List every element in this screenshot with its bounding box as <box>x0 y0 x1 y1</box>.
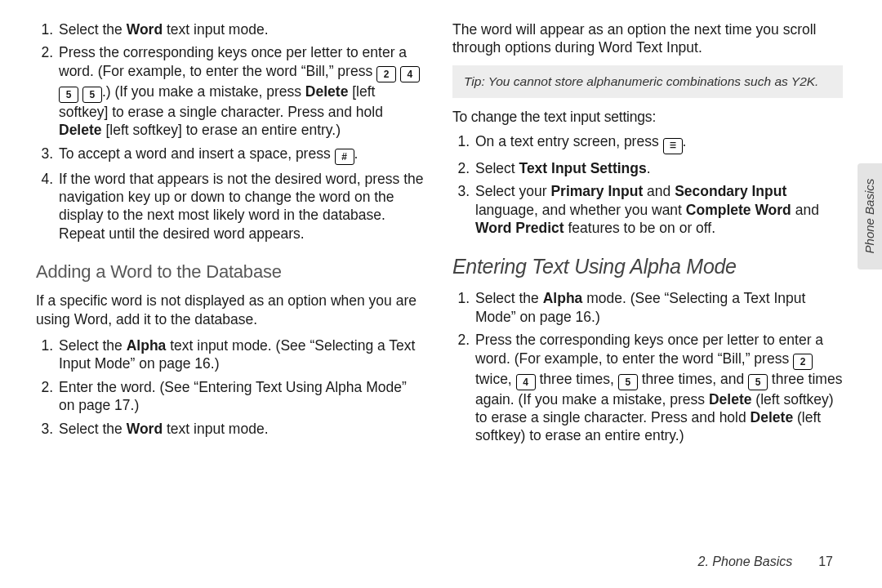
key-5-icon: 5 <box>748 374 768 390</box>
bold-delete: Delete <box>751 409 794 425</box>
step-2: Enter the word. (See “Entering Text Usin… <box>57 378 426 415</box>
text: three times, <box>536 371 618 387</box>
side-tab-label: Phone Basics <box>862 179 877 254</box>
text: Select your <box>475 183 550 199</box>
bold-secondary-input: Secondary Input <box>675 183 786 199</box>
text: three times, and <box>638 371 748 387</box>
text: Select the <box>475 290 543 306</box>
manual-page: Select the Word text input mode. Press t… <box>0 0 882 588</box>
heading-alpha-mode: Entering Text Using Alpha Mode <box>452 253 843 279</box>
text: If the word that appears is not the desi… <box>59 171 424 242</box>
text: Select the <box>59 21 127 38</box>
key-5-icon: 5 <box>618 374 638 390</box>
text: To accept a word and insert a space, pre… <box>59 145 335 162</box>
step-2: Press the corresponding keys once per le… <box>57 43 426 139</box>
add-word-steps: Select the Alpha text input mode. (See “… <box>36 336 426 438</box>
bold-word-predict: Word Predict <box>475 220 564 236</box>
two-column-layout: Select the Word text input mode. Press t… <box>0 0 882 457</box>
heading-adding-word: Adding a Word to the Database <box>36 261 426 283</box>
step-3: To accept a word and insert a space, pre… <box>57 145 426 165</box>
bold-primary-input: Primary Input <box>550 183 643 199</box>
text: . <box>354 145 359 162</box>
bold-complete-word: Complete Word <box>686 202 791 218</box>
bold-delete: Delete <box>709 391 752 408</box>
text: .) (If you make a mistake, press <box>102 83 305 100</box>
text: . <box>647 160 651 176</box>
key-5-icon: 5 <box>59 87 78 103</box>
bold-word: Word <box>127 421 163 437</box>
page-footer: 2. Phone Basics 17 <box>698 554 833 570</box>
text: Select the <box>59 421 127 437</box>
change-settings-steps: On a text entry screen, press ☰. Select … <box>452 132 843 237</box>
right-column: The word will appear as an option the ne… <box>452 20 843 457</box>
bold-delete: Delete <box>305 83 349 100</box>
step-1: Select the Alpha mode. (See “Selecting a… <box>474 289 843 326</box>
key-2-icon: 2 <box>376 66 396 82</box>
bold-text-input-settings: Text Input Settings <box>519 160 647 176</box>
step-4: If the word that appears is not the desi… <box>57 170 426 243</box>
text: Select <box>475 160 519 176</box>
tip-label: Tip: <box>464 74 485 88</box>
tip-body: You cannot store alphanumeric combinatio… <box>485 74 819 88</box>
bold-delete: Delete <box>59 122 102 138</box>
step-1: Select the Word text input mode. <box>57 20 426 38</box>
key-4-icon: 4 <box>516 374 536 390</box>
text: features to be on or off. <box>564 220 716 236</box>
bold-alpha: Alpha <box>543 290 583 306</box>
text: and <box>643 183 675 199</box>
text: Select the <box>59 337 127 354</box>
bold-word: Word <box>127 21 163 38</box>
text: text input mode. <box>163 21 268 38</box>
bold-alpha: Alpha <box>127 337 167 354</box>
step-1: Select the Alpha text input mode. (See “… <box>57 336 426 373</box>
add-word-intro: If a specific word is not displayed as a… <box>36 292 426 328</box>
right-intro: The word will appear as an option the ne… <box>452 20 843 57</box>
step-3: Select the Word text input mode. <box>57 420 426 438</box>
text: Press the corresponding keys once per le… <box>475 332 823 366</box>
change-settings-lead: To change the text input settings: <box>452 108 843 126</box>
page-number: 17 <box>818 554 833 570</box>
step-2: Select Text Input Settings. <box>474 159 843 177</box>
text: and <box>791 202 819 218</box>
key-hash-icon: # <box>335 149 354 165</box>
left-column: Select the Word text input mode. Press t… <box>36 20 426 457</box>
alpha-mode-steps: Select the Alpha mode. (See “Selecting a… <box>452 289 843 444</box>
step-1: On a text entry screen, press ☰. <box>474 132 843 154</box>
step-3: Select your Primary Input and Secondary … <box>474 182 843 237</box>
text: On a text entry screen, press <box>475 133 663 149</box>
menu-key-icon: ☰ <box>663 138 683 154</box>
text: Press the corresponding keys once per le… <box>59 44 407 78</box>
text: language, and whether you want <box>475 202 686 218</box>
text: [left softkey] to erase an entire entry.… <box>102 122 341 138</box>
tip-box: Tip: You cannot store alphanumeric combi… <box>452 65 843 98</box>
word-mode-steps: Select the Word text input mode. Press t… <box>36 20 426 243</box>
footer-section-label: 2. Phone Basics <box>698 554 793 570</box>
side-thumb-tab: Phone Basics <box>858 163 882 270</box>
text: text input mode. <box>163 421 268 437</box>
key-5-icon: 5 <box>82 87 102 103</box>
step-2: Press the corresponding keys once per le… <box>474 331 843 445</box>
text: Enter the word. (See “Entering Text Usin… <box>59 379 407 413</box>
text: . <box>683 133 687 149</box>
text: twice, <box>475 371 516 387</box>
key-4-icon: 4 <box>400 66 420 82</box>
key-2-icon: 2 <box>793 354 813 370</box>
